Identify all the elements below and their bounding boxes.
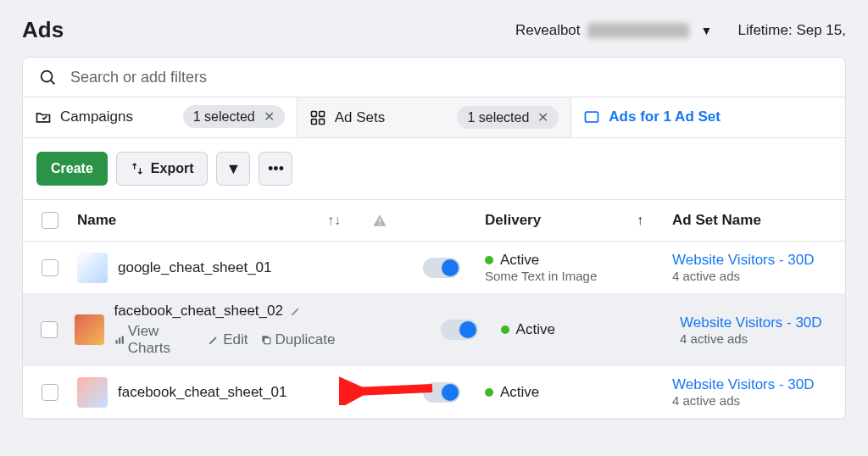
svg-rect-13	[264, 338, 270, 344]
table-body: google_cheat_sheet_01 Active Some Text i…	[23, 242, 845, 419]
export-button[interactable]: Export	[116, 152, 209, 186]
adset-sub: 4 active ads	[672, 393, 845, 408]
top-bar: Ads Revealbot ▼ Lifetime: Sep 15,	[0, 0, 868, 57]
pencil-icon[interactable]	[290, 305, 302, 317]
tab-adsets[interactable]: Ad Sets 1 selected✕	[298, 97, 572, 137]
search-row	[23, 58, 845, 97]
tab-ads[interactable]: Ads for 1 Ad Set	[571, 97, 845, 137]
svg-point-0	[42, 71, 53, 82]
tab-label: Campaigns	[60, 108, 133, 125]
duplicate-icon	[260, 334, 272, 346]
svg-rect-9	[115, 340, 117, 344]
svg-line-1	[51, 81, 54, 84]
svg-rect-10	[119, 337, 120, 343]
table-row[interactable]: facebook_cheat_sheet_01 Active Website V…	[23, 366, 845, 419]
edit-action[interactable]: Edit	[208, 331, 248, 348]
warning-icon[interactable]	[356, 213, 403, 228]
ad-thumbnail[interactable]	[77, 253, 108, 283]
export-icon	[131, 162, 144, 175]
export-dropdown-button[interactable]: ▼	[216, 152, 250, 186]
close-icon[interactable]: ✕	[537, 109, 548, 125]
caret-down-icon: ▼	[226, 160, 242, 178]
adset-link[interactable]: Website Visitors - 30D	[672, 376, 845, 393]
status-dot-icon	[485, 388, 493, 397]
table-row[interactable]: facebook_cheat_sheet_02 View Charts Edit…	[23, 294, 845, 366]
duplicate-action[interactable]: Duplicate	[260, 331, 336, 348]
adset-sub: 4 active ads	[672, 269, 845, 283]
tabs: Campaigns 1 selected✕ Ad Sets 1 selected…	[23, 97, 845, 138]
ad-icon	[583, 108, 600, 125]
svg-rect-2	[311, 111, 316, 116]
top-right: Revealbot ▼ Lifetime: Sep 15,	[515, 22, 846, 39]
page-title: Ads	[22, 17, 64, 43]
adset-link[interactable]: Website Visitors - 30D	[672, 252, 845, 269]
search-input[interactable]	[70, 69, 830, 86]
col-adset-header[interactable]: Ad Set Name	[672, 212, 761, 228]
tab-campaigns[interactable]: Campaigns 1 selected✕	[23, 97, 298, 137]
sort-up-icon[interactable]: ↑	[637, 213, 667, 228]
ad-name[interactable]: google_cheat_sheet_01	[118, 259, 272, 276]
svg-rect-4	[311, 119, 316, 124]
folder-icon	[35, 108, 52, 125]
select-all-checkbox[interactable]	[42, 212, 58, 229]
col-name-header[interactable]: Name	[77, 212, 116, 229]
adset-sub: 4 active ads	[680, 331, 845, 346]
row-actions: View Charts Edit Duplicate	[114, 323, 336, 357]
svg-rect-7	[379, 219, 381, 223]
date-range[interactable]: Lifetime: Sep 15,	[737, 22, 846, 39]
svg-rect-11	[121, 336, 123, 343]
search-icon	[38, 68, 57, 86]
table-row[interactable]: google_cheat_sheet_01 Active Some Text i…	[23, 242, 845, 294]
account-label: Revealbot	[515, 22, 581, 39]
row-checkbox[interactable]	[41, 321, 58, 338]
row-checkbox[interactable]	[42, 259, 58, 276]
delivery-status: Active	[501, 321, 555, 338]
grid-icon	[309, 109, 326, 126]
account-selector[interactable]: Revealbot ▼	[515, 22, 712, 39]
account-id-blurred	[587, 23, 689, 38]
delivery-status: Active	[485, 252, 597, 269]
caret-down-icon: ▼	[701, 24, 713, 37]
view-charts-action[interactable]: View Charts	[114, 323, 197, 357]
table-header: Name ↑↓ Delivery ↑ Ad Set Name	[23, 200, 845, 242]
svg-rect-8	[379, 224, 381, 225]
more-button[interactable]: •••	[259, 152, 292, 186]
main-panel: Campaigns 1 selected✕ Ad Sets 1 selected…	[22, 57, 846, 420]
delivery-status: Active	[485, 384, 539, 401]
status-dot-icon	[485, 256, 493, 264]
ad-thumbnail[interactable]	[77, 377, 108, 408]
tab-label: Ads for 1 Ad Set	[609, 108, 721, 125]
close-icon[interactable]: ✕	[264, 108, 275, 125]
status-dot-icon	[501, 325, 509, 334]
sort-icon[interactable]: ↑↓	[312, 213, 356, 228]
col-delivery-header[interactable]: Delivery	[485, 212, 541, 229]
ad-name[interactable]: facebook_cheat_sheet_02	[114, 303, 283, 320]
adset-link[interactable]: Website Visitors - 30D	[680, 314, 845, 331]
delivery-sub: Some Text in Image	[485, 269, 597, 283]
pencil-icon	[208, 334, 220, 346]
toolbar: Create Export ▼ •••	[23, 138, 845, 200]
svg-rect-5	[319, 119, 324, 124]
triangle-warning-icon	[372, 213, 387, 228]
tab-label: Ad Sets	[335, 109, 386, 126]
chart-icon	[114, 334, 125, 346]
adsets-chip[interactable]: 1 selected✕	[457, 106, 559, 129]
status-toggle[interactable]	[423, 258, 460, 278]
campaigns-chip[interactable]: 1 selected✕	[183, 105, 285, 128]
dots-icon: •••	[268, 160, 284, 178]
svg-rect-3	[319, 111, 324, 116]
create-button[interactable]: Create	[36, 152, 108, 186]
status-toggle[interactable]	[423, 382, 460, 403]
row-checkbox[interactable]	[42, 384, 58, 401]
svg-rect-6	[586, 112, 598, 122]
ad-name[interactable]: facebook_cheat_sheet_01	[118, 384, 287, 401]
ad-thumbnail[interactable]	[75, 314, 103, 345]
status-toggle[interactable]	[441, 320, 478, 340]
